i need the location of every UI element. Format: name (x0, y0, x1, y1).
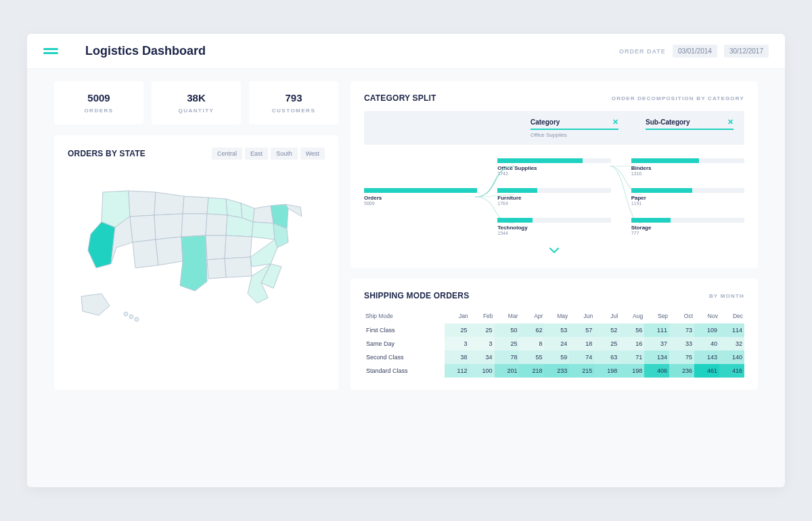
region-tabs: Central East South West (212, 148, 325, 160)
card-title: ORDERS BY STATE (68, 149, 145, 158)
card-header: CATEGORY SPLIT ORDER DECOMPOSITION BY CA… (364, 93, 744, 103)
heatmap-cell[interactable]: 461 (694, 364, 719, 378)
stat-value: 793 (254, 92, 333, 104)
stat-label: CUSTOMERS (254, 108, 333, 114)
heatmap-cell[interactable]: 18 (569, 337, 594, 350)
col-header-shipmode: Ship Mode (364, 309, 445, 323)
row-label: First Class (364, 323, 445, 337)
decomp-subcategories-col: Binders1316Paper1191Storage777 (631, 158, 744, 235)
heatmap-cell[interactable]: 63 (594, 350, 619, 364)
heatmap-cell[interactable]: 73 (669, 323, 694, 337)
heatmap-cell[interactable]: 198 (619, 364, 644, 378)
heatmap-cell[interactable]: 75 (669, 350, 694, 364)
region-tab-south[interactable]: South (271, 148, 298, 160)
decomp-item-orders[interactable]: Orders 5009 (364, 188, 477, 206)
heatmap-cell[interactable]: 40 (694, 337, 719, 350)
svg-point-2 (135, 317, 139, 321)
region-tab-central[interactable]: Central (212, 148, 242, 160)
card-title: SHIPPING MODE ORDERS (364, 291, 469, 300)
us-map[interactable] (68, 168, 325, 344)
heatmap-cell[interactable]: 25 (594, 337, 619, 350)
heatmap-cell[interactable]: 109 (694, 323, 719, 337)
heatmap-cell[interactable]: 114 (719, 323, 744, 337)
heatmap-cell[interactable]: 52 (594, 323, 619, 337)
heatmap-cell[interactable]: 57 (569, 323, 594, 337)
category-filter-bar: Category ✕ Office Supplies Sub-Category … (364, 111, 744, 145)
heatmap-cell[interactable]: 62 (519, 323, 544, 337)
heatmap-cell[interactable]: 74 (569, 350, 594, 364)
filter-subcategory[interactable]: Sub-Category ✕ (646, 118, 734, 138)
heatmap-cell[interactable]: 134 (644, 350, 669, 364)
heatmap-cell[interactable]: 198 (594, 364, 619, 378)
menu-icon[interactable] (43, 48, 58, 54)
decomp-value: 1191 (631, 201, 744, 206)
close-icon[interactable]: ✕ (612, 118, 618, 127)
decomp-name: Paper (631, 195, 744, 201)
heatmap-cell[interactable]: 3 (470, 337, 495, 350)
col-header-month: Mar (495, 309, 520, 323)
heatmap-cell[interactable]: 236 (669, 364, 694, 378)
heatmap-cell[interactable]: 59 (544, 350, 569, 364)
heatmap-cell[interactable]: 140 (719, 350, 744, 364)
heatmap-cell[interactable]: 143 (694, 350, 719, 364)
heatmap-cell[interactable]: 71 (619, 350, 644, 364)
decomp-name: Binders (631, 165, 744, 171)
page-title: Logistics Dashboard (85, 44, 206, 58)
left-column: 5009 ORDERS 38K QUANTITY 793 CUSTOMERS O… (54, 81, 338, 390)
order-date-label: ORDER DATE (619, 48, 666, 55)
decomp-name: Orders (364, 195, 477, 201)
heatmap-cell[interactable]: 38 (445, 350, 470, 364)
category-split-card: CATEGORY SPLIT ORDER DECOMPOSITION BY CA… (351, 81, 758, 268)
date-from-picker[interactable]: 03/01/2014 (673, 45, 717, 58)
decomp-item[interactable]: Storage777 (631, 218, 744, 235)
chevron-down-icon[interactable] (364, 244, 744, 256)
heatmap-cell[interactable]: 25 (470, 323, 495, 337)
heatmap-cell[interactable]: 34 (470, 350, 495, 364)
region-tab-east[interactable]: East (245, 148, 268, 160)
decomp-item[interactable]: Technology1544 (497, 218, 610, 235)
date-to-picker[interactable]: 30/12/2017 (724, 45, 769, 58)
stat-value: 5009 (60, 92, 138, 104)
decomp-value: 5009 (364, 201, 477, 206)
heatmap-cell[interactable]: 32 (719, 337, 744, 350)
heatmap-cell[interactable]: 78 (495, 350, 520, 364)
decomp-item[interactable]: Binders1316 (631, 158, 744, 176)
heatmap-cell[interactable]: 25 (445, 323, 470, 337)
heatmap-cell[interactable]: 16 (619, 337, 644, 350)
filter-category[interactable]: Category ✕ Office Supplies (531, 118, 618, 138)
heatmap-cell[interactable]: 111 (644, 323, 669, 337)
close-icon[interactable]: ✕ (727, 118, 734, 127)
decomp-categories-col: Office Supplies3742Furniture1764Technolo… (497, 158, 610, 235)
heatmap-cell[interactable]: 233 (544, 364, 569, 378)
heatmap-cell[interactable]: 24 (544, 337, 569, 350)
heatmap-cell[interactable]: 8 (519, 337, 544, 350)
table-row: First Class252550625357525611173109114 (364, 323, 744, 337)
heatmap-cell[interactable]: 100 (470, 364, 495, 378)
heatmap-cell[interactable]: 55 (519, 350, 544, 364)
row-label: Second Class (364, 350, 445, 364)
decomp-value: 1764 (497, 201, 610, 206)
heatmap-cell[interactable]: 3 (445, 337, 470, 350)
col-header-month: Feb (470, 309, 495, 323)
heatmap-cell[interactable]: 215 (569, 364, 594, 378)
heatmap-cell[interactable]: 37 (644, 337, 669, 350)
heatmap-cell[interactable]: 218 (519, 364, 544, 378)
heatmap-cell[interactable]: 406 (644, 364, 669, 378)
table-row: Second Class383478555974637113475143140 (364, 350, 744, 364)
heatmap-cell[interactable]: 56 (619, 323, 644, 337)
heatmap-cell[interactable]: 33 (669, 337, 694, 350)
heatmap-cell[interactable]: 50 (495, 323, 520, 337)
heatmap-cell[interactable]: 25 (495, 337, 520, 350)
heatmap-cell[interactable]: 53 (544, 323, 569, 337)
svg-point-0 (124, 312, 128, 316)
decomp-value: 777 (631, 231, 744, 235)
region-tab-west[interactable]: West (300, 148, 325, 160)
decomp-item[interactable]: Furniture1764 (497, 188, 610, 206)
col-header-month: Oct (669, 309, 694, 323)
heatmap-cell[interactable]: 201 (495, 364, 520, 378)
decomp-item[interactable]: Office Supplies3742 (497, 158, 610, 176)
heatmap-cell[interactable]: 416 (719, 364, 744, 378)
heatmap-cell[interactable]: 112 (445, 364, 470, 378)
svg-point-1 (129, 315, 133, 319)
decomp-item[interactable]: Paper1191 (631, 188, 744, 206)
